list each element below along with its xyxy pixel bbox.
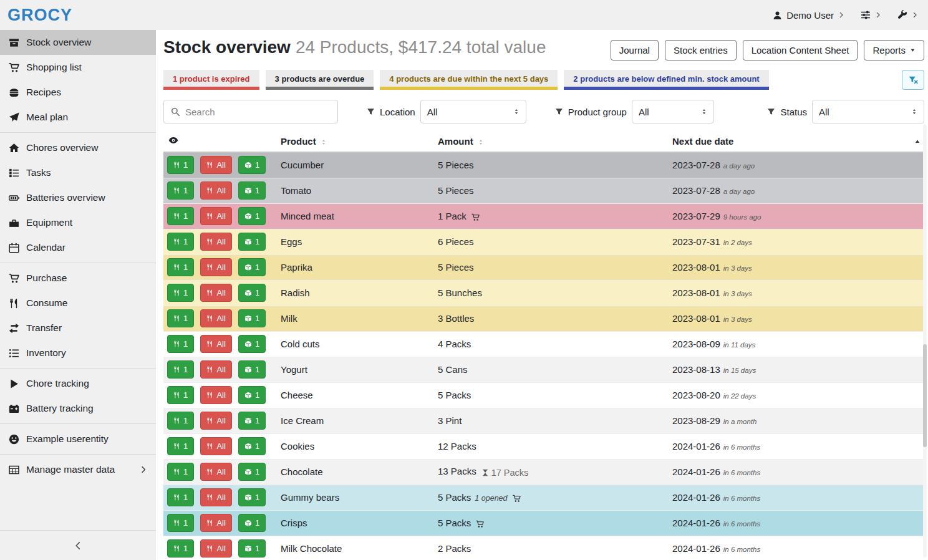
open-one-button[interactable]: 1 [238, 181, 266, 200]
admin-menu[interactable] [897, 10, 918, 20]
row-menu-button[interactable] [272, 440, 276, 453]
consume-all-button[interactable]: All [200, 284, 231, 302]
sidebar-collapse-button[interactable] [0, 530, 156, 560]
journal-button[interactable]: Journal [611, 40, 659, 60]
consume-all-button[interactable]: All [200, 233, 231, 251]
sidebar-item-transfer[interactable]: Transfer [0, 316, 156, 340]
row-menu-button[interactable] [272, 210, 276, 223]
row-menu-button[interactable] [272, 312, 276, 325]
sidebar-item-calendar[interactable]: Calendar [0, 235, 156, 260]
row-menu-button[interactable] [272, 491, 276, 504]
clear-filters-button[interactable] [902, 70, 924, 90]
sidebar-item-manage-master-data[interactable]: Manage master data [0, 457, 156, 482]
sidebar-item-chores-overview[interactable]: Chores overview [0, 135, 156, 160]
product-group-select[interactable]: All [632, 100, 714, 123]
open-one-button[interactable]: 1 [238, 207, 266, 225]
open-one-button[interactable]: 1 [238, 335, 266, 353]
consume-one-button[interactable]: 1 [167, 335, 194, 353]
status-filter-expired[interactable]: 1 product is expired [163, 70, 259, 90]
row-menu-button[interactable] [272, 158, 276, 171]
open-one-button[interactable]: 1 [238, 284, 266, 302]
consume-all-button[interactable]: All [200, 156, 231, 174]
consume-one-button[interactable]: 1 [167, 412, 194, 430]
consume-one-button[interactable]: 1 [167, 514, 194, 532]
consume-all-button[interactable]: All [200, 181, 231, 200]
row-menu-button[interactable] [272, 337, 276, 350]
consume-one-button[interactable]: 1 [167, 233, 194, 251]
open-one-button[interactable]: 1 [238, 233, 266, 251]
sidebar-item-example-userentity[interactable]: Example userentity [0, 427, 156, 451]
column-header-next-due-date[interactable]: Next due date [667, 131, 926, 152]
column-header-product[interactable]: Product [276, 131, 433, 152]
row-menu-button[interactable] [272, 542, 276, 555]
open-one-button[interactable]: 1 [238, 156, 266, 174]
row-menu-button[interactable] [272, 184, 276, 197]
user-menu[interactable]: Demo User [773, 10, 844, 21]
row-menu-button[interactable] [272, 286, 276, 299]
open-one-button[interactable]: 1 [238, 258, 266, 276]
eye-icon[interactable] [168, 135, 178, 145]
row-menu-button[interactable] [272, 261, 276, 274]
column-header-amount[interactable]: Amount [433, 131, 667, 152]
consume-one-button[interactable]: 1 [167, 488, 194, 506]
reports-button[interactable]: Reports [864, 40, 924, 60]
consume-all-button[interactable]: All [200, 258, 231, 276]
consume-all-button[interactable]: All [200, 514, 231, 532]
consume-all-button[interactable]: All [200, 437, 231, 455]
consume-one-button[interactable]: 1 [167, 207, 194, 225]
sidebar-item-stock-overview[interactable]: Stock overview [0, 30, 156, 55]
app-logo[interactable]: GROCY [7, 6, 72, 25]
row-menu-button[interactable] [272, 414, 276, 427]
location-content-sheet-button[interactable]: Location Content Sheet [743, 40, 858, 60]
status-filter-due[interactable]: 4 products are due within the next 5 day… [380, 70, 558, 90]
consume-all-button[interactable]: All [200, 488, 231, 506]
sidebar-item-shopping-list[interactable]: Shopping list [0, 55, 156, 80]
consume-one-button[interactable]: 1 [167, 463, 194, 481]
status-filter-belowmin[interactable]: 2 products are below defined min. stock … [564, 70, 768, 90]
consume-one-button[interactable]: 1 [167, 156, 194, 174]
consume-all-button[interactable]: All [200, 412, 231, 430]
consume-all-button[interactable]: All [200, 386, 231, 404]
open-one-button[interactable]: 1 [238, 309, 266, 327]
open-one-button[interactable]: 1 [238, 386, 266, 404]
sidebar-item-inventory[interactable]: Inventory [0, 340, 156, 365]
sidebar-item-battery-tracking[interactable]: Battery tracking [0, 396, 156, 421]
sidebar-item-chore-tracking[interactable]: Chore tracking [0, 371, 156, 396]
open-one-button[interactable]: 1 [238, 514, 266, 532]
settings-menu[interactable] [861, 10, 881, 20]
consume-one-button[interactable]: 1 [167, 258, 194, 276]
row-menu-button[interactable] [272, 516, 276, 529]
row-menu-button[interactable] [272, 465, 276, 478]
consume-one-button[interactable]: 1 [167, 539, 194, 558]
open-one-button[interactable]: 1 [238, 539, 266, 558]
sidebar-item-consume[interactable]: Consume [0, 291, 156, 316]
sidebar-item-equipment[interactable]: Equipment [0, 210, 156, 235]
sidebar-item-tasks[interactable]: Tasks [0, 160, 156, 185]
row-menu-button[interactable] [272, 363, 276, 376]
scrollbar-thumb[interactable] [923, 344, 927, 447]
consume-one-button[interactable]: 1 [167, 309, 194, 327]
search-input[interactable] [185, 107, 331, 117]
consume-one-button[interactable]: 1 [167, 437, 194, 455]
consume-all-button[interactable]: All [200, 309, 231, 327]
open-one-button[interactable]: 1 [238, 360, 266, 379]
status-filter-overdue[interactable]: 3 products are overdue [266, 70, 374, 90]
sidebar-item-meal-plan[interactable]: Meal plan [0, 105, 156, 130]
consume-all-button[interactable]: All [200, 335, 231, 353]
status-select[interactable]: All [812, 100, 924, 123]
consume-one-button[interactable]: 1 [167, 181, 194, 200]
row-menu-button[interactable] [272, 389, 276, 402]
consume-all-button[interactable]: All [200, 360, 231, 379]
open-one-button[interactable]: 1 [238, 437, 266, 455]
scrollbar[interactable] [923, 125, 927, 558]
sidebar-item-purchase[interactable]: Purchase [0, 266, 156, 291]
consume-all-button[interactable]: All [200, 207, 231, 225]
open-one-button[interactable]: 1 [238, 463, 266, 481]
open-one-button[interactable]: 1 [238, 488, 266, 506]
consume-one-button[interactable]: 1 [167, 360, 194, 379]
consume-one-button[interactable]: 1 [167, 284, 194, 302]
open-one-button[interactable]: 1 [238, 412, 266, 430]
location-select[interactable]: All [420, 100, 526, 123]
consume-all-button[interactable]: All [200, 539, 231, 558]
sidebar-item-recipes[interactable]: Recipes [0, 80, 156, 105]
